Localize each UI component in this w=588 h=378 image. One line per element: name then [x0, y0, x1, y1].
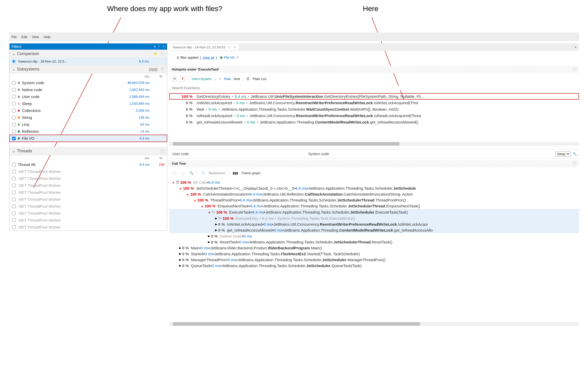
thread-checkbox[interactable]	[12, 170, 16, 173]
calltree-row[interactable]: ▶0 %Main • 0 ms • JetBrains.Rider.Backen…	[169, 245, 579, 251]
subsystem-checkbox[interactable]	[12, 109, 16, 112]
hotspot-row[interactable]: 0 % IsReadLockAcquired • 0 ms • JetBrain…	[169, 112, 579, 119]
thread-checkbox[interactable]	[12, 184, 16, 187]
subsystem-checkbox[interactable]	[12, 116, 16, 119]
total-toggle[interactable]: Total	[224, 77, 231, 81]
thread-row[interactable]: .NET ThreadPool Worker	[10, 217, 167, 224]
expand-icon[interactable]: ▶	[215, 217, 217, 220]
help-icon[interactable]: ?	[572, 67, 576, 72]
thread-checkbox[interactable]	[12, 218, 16, 222]
subsystem-row[interactable]: String 138 ms	[10, 114, 167, 121]
clear-all-link[interactable]: clear all	[203, 56, 214, 59]
thread-checkbox[interactable]	[12, 177, 16, 180]
hotspot-row[interactable]: 0 % Wait • 0 ms • JetBrains.Application.…	[169, 106, 579, 112]
expand-icon[interactable]: ▶	[208, 240, 210, 244]
flame-label[interactable]: Flame graph	[242, 171, 260, 175]
pin-icon[interactable]: ⇧	[158, 45, 160, 49]
thread-checkbox[interactable]	[12, 198, 16, 201]
thread-checkbox[interactable]	[12, 212, 16, 215]
subsystem-row[interactable]: Linq 63 ms	[10, 121, 167, 128]
comparison-section-header[interactable]: ⌄Comparison 📁?	[10, 50, 167, 58]
expand-icon[interactable]: ▶	[215, 228, 217, 232]
subsystems-clear[interactable]: clear	[149, 67, 158, 72]
expand-icon[interactable]: ▲	[172, 181, 175, 184]
subsystem-row[interactable]: Native code 1,602,943 ms	[10, 86, 167, 93]
help-icon[interactable]: ?	[160, 52, 164, 56]
expand-icon[interactable]: ▲	[201, 205, 204, 208]
calltree-row[interactable]: ▶0 %QueueTask • 0 ms • JetBrains.Applica…	[169, 263, 579, 269]
calltree-row[interactable]: ▲☰100 %All Calls • 6.4 ms	[169, 179, 579, 185]
remove-filter-icon[interactable]: ✕	[236, 56, 239, 59]
tab-dropdown-icon[interactable]: ▾	[575, 45, 576, 49]
calltree-row[interactable]: ▲100 %EnqueueNextTask • 6.4 ms • JetBrai…	[169, 203, 579, 209]
nav-fwd-icon[interactable]: →	[181, 170, 186, 175]
calltree-row[interactable]: ▶0 %Started • 0 ms • JetBrains.Applicati…	[169, 251, 579, 257]
pin-icon[interactable]: ⇧	[228, 45, 231, 49]
calltree-row[interactable]: ▶0 %ResetTask • 0 ms • JetBrains.Applica…	[169, 239, 579, 245]
menu-file[interactable]: File	[11, 35, 17, 39]
subsystem-checkbox[interactable]	[12, 130, 16, 133]
close-icon[interactable]: ✕	[162, 45, 165, 49]
expand-icon[interactable]: ▶	[179, 252, 181, 256]
expand-icon[interactable]: ▶	[179, 264, 181, 267]
help-icon[interactable]: ?	[572, 162, 576, 166]
expand-icon[interactable]: ▶	[215, 223, 217, 226]
follow-button[interactable]: ⟲	[172, 76, 177, 81]
thread-row[interactable]: .NET ThreadPool Worker	[10, 175, 167, 182]
thread-row[interactable]: .NET ThreadPool Worker	[10, 210, 167, 217]
backtraces-label[interactable]: Backtraces	[209, 171, 225, 175]
subsystem-checkbox[interactable]	[12, 95, 16, 99]
thread-checkbox[interactable]	[12, 163, 16, 166]
thread-checkbox[interactable]	[12, 225, 16, 229]
calltree-row[interactable]: ▲100 %JetSchedulerThread+<>c__DisplayCla…	[169, 185, 579, 191]
thread-checkbox[interactable]	[12, 191, 16, 194]
subsystem-row[interactable]: System code 46,843,539 ms	[10, 79, 167, 86]
subsystem-checkbox[interactable]	[12, 137, 16, 140]
calltree-row[interactable]: ▶↻100 %ExecuteEntry • 6.4 ms • System.Th…	[169, 215, 579, 221]
dropdown-icon[interactable]: ▾	[154, 45, 156, 49]
menu-edit[interactable]: Edit	[21, 35, 27, 39]
calltree-row[interactable]: ▲100 %ThreadPoolProc • 6.4 ms • JetBrain…	[169, 197, 579, 203]
thread-row[interactable]: Thread #8 6.4 ms 100	[10, 161, 167, 168]
expand-icon[interactable]: ▲	[208, 210, 211, 214]
editor-tab[interactable]: Xawucun.dtp - 18-Nov-22, 22:59:53 ⇧ ✕	[169, 44, 239, 50]
expand-icon[interactable]: ▲	[179, 187, 182, 190]
subsystem-row[interactable]: User code 1,589,454 ms	[10, 93, 167, 100]
calltree-row[interactable]: ▶0 %ManagerThreadProc • 0 ms • JetBrains…	[169, 257, 579, 263]
timeline-sleep-selector[interactable]: Sleep▾	[555, 151, 571, 157]
expand-icon[interactable]: ▲	[186, 193, 189, 196]
expand-icon[interactable]: ▲	[194, 199, 196, 202]
nav-back-icon[interactable]: ←	[172, 170, 177, 175]
subsystem-checkbox[interactable]	[12, 102, 16, 106]
subsystems-section-header[interactable]: ⌄Subsystems clear?	[10, 65, 167, 73]
calltree-row[interactable]: ▶0 %[Native code] • 0 ms	[169, 233, 579, 239]
thread-row[interactable]: .NET ThreadPool Worker	[10, 189, 167, 196]
subsystem-row[interactable]: Collections 3,309 ms	[10, 107, 167, 114]
calltree-row[interactable]: ▲100 %CatchAnnotatedInvocation • 6.4 ms …	[169, 191, 579, 197]
subsystem-row[interactable]: Sleep 1,535,995 ms	[10, 100, 167, 107]
menu-help[interactable]: Help	[43, 35, 50, 39]
subsystem-row[interactable]: File I/O 6.4 ms	[10, 135, 167, 142]
expand-icon[interactable]: ▶	[208, 234, 210, 238]
thread-row[interactable]: .NET ThreadPool Worker	[10, 203, 167, 210]
wrench-icon[interactable]: 🔧	[573, 152, 577, 156]
help-icon[interactable]: ?	[160, 67, 164, 71]
comparison-snapshot-row[interactable]: Xawucun.dtp - 18-Nov-22, 22:5… 6.4 ms	[10, 58, 167, 65]
menu-view[interactable]: View	[32, 35, 39, 39]
hotspot-scrollbar[interactable]	[169, 142, 579, 146]
search-icon[interactable]: 🔍	[189, 171, 194, 175]
subsystem-checkbox[interactable]	[12, 88, 16, 92]
folder-icon[interactable]: 📁	[154, 52, 158, 56]
close-tab-icon[interactable]: ✕	[233, 45, 236, 49]
filter-button[interactable]: ✗	[180, 76, 185, 81]
calltree-row[interactable]: ▲↻100 %ExecuteTask • 6.4 ms • JetBrains.…	[169, 209, 579, 215]
filter-icon[interactable]: ☰	[176, 180, 179, 184]
thread-row[interactable]: .NET ThreadPool Worker	[10, 224, 167, 231]
hotspot-row[interactable]: 0 % get_IsReadAccessAllowed • 0 ms • Jet…	[169, 119, 579, 125]
subsystem-checkbox[interactable]	[12, 81, 16, 85]
own-system-toggle[interactable]: Own+System	[192, 77, 212, 81]
thread-checkbox[interactable]	[12, 205, 16, 208]
subsystem-row[interactable]: Reflection 14 ms	[10, 128, 167, 135]
hotspot-row[interactable]: 100 % GetDirectoryEntries • 6.4 ms • Jet…	[169, 93, 579, 100]
hotspot-row[interactable]: 0 % IsWriteLockAcquired • 0 ms • JetBrai…	[169, 100, 579, 106]
